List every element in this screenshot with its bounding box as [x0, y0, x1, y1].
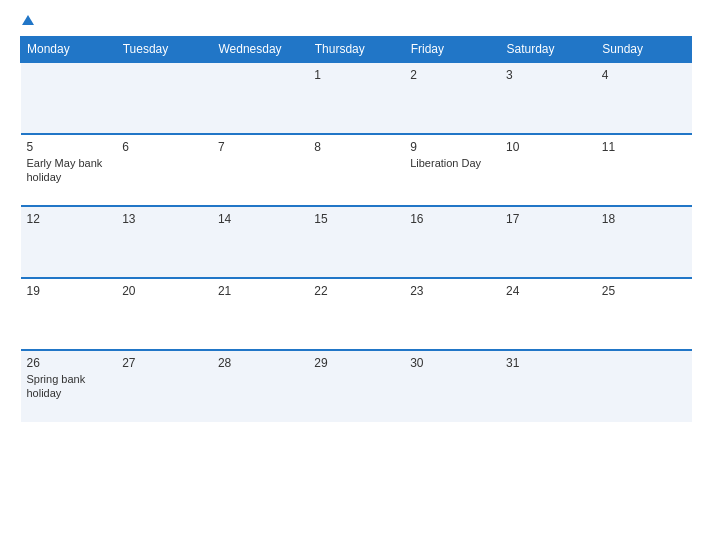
day-number: 1 — [314, 68, 398, 82]
logo-triangle-icon — [22, 15, 34, 25]
calendar-cell: 9Liberation Day — [404, 134, 500, 206]
calendar-page: MondayTuesdayWednesdayThursdayFridaySatu… — [0, 0, 712, 550]
calendar-cell: 19 — [21, 278, 117, 350]
calendar-cell: 28 — [212, 350, 308, 422]
day-number: 6 — [122, 140, 206, 154]
day-number: 10 — [506, 140, 590, 154]
day-number: 20 — [122, 284, 206, 298]
day-number: 16 — [410, 212, 494, 226]
calendar-cell: 1 — [308, 62, 404, 134]
calendar-cell: 3 — [500, 62, 596, 134]
calendar-cell: 23 — [404, 278, 500, 350]
calendar-cell: 13 — [116, 206, 212, 278]
day-number: 3 — [506, 68, 590, 82]
calendar-cell: 25 — [596, 278, 692, 350]
day-number: 21 — [218, 284, 302, 298]
day-number: 9 — [410, 140, 494, 154]
calendar-cell: 21 — [212, 278, 308, 350]
calendar-cell: 31 — [500, 350, 596, 422]
calendar-cell: 18 — [596, 206, 692, 278]
weekday-header-wednesday: Wednesday — [212, 37, 308, 63]
week-row-4: 19202122232425 — [21, 278, 692, 350]
day-number: 30 — [410, 356, 494, 370]
weekday-header-row: MondayTuesdayWednesdayThursdayFridaySatu… — [21, 37, 692, 63]
calendar-cell — [212, 62, 308, 134]
day-number: 12 — [27, 212, 111, 226]
calendar-cell: 22 — [308, 278, 404, 350]
weekday-header-tuesday: Tuesday — [116, 37, 212, 63]
calendar-table: MondayTuesdayWednesdayThursdayFridaySatu… — [20, 36, 692, 422]
day-number: 11 — [602, 140, 686, 154]
day-number: 8 — [314, 140, 398, 154]
day-number: 24 — [506, 284, 590, 298]
week-row-1: 1234 — [21, 62, 692, 134]
day-number: 2 — [410, 68, 494, 82]
day-number: 5 — [27, 140, 111, 154]
week-row-2: 5Early May bank holiday6789Liberation Da… — [21, 134, 692, 206]
calendar-cell: 20 — [116, 278, 212, 350]
day-number: 15 — [314, 212, 398, 226]
calendar-cell: 30 — [404, 350, 500, 422]
day-number: 19 — [27, 284, 111, 298]
weekday-header-monday: Monday — [21, 37, 117, 63]
calendar-cell: 11 — [596, 134, 692, 206]
day-number: 13 — [122, 212, 206, 226]
calendar-cell — [21, 62, 117, 134]
calendar-cell: 4 — [596, 62, 692, 134]
calendar-cell: 26Spring bank holiday — [21, 350, 117, 422]
day-number: 17 — [506, 212, 590, 226]
week-row-5: 26Spring bank holiday2728293031 — [21, 350, 692, 422]
header — [20, 16, 692, 26]
calendar-cell: 14 — [212, 206, 308, 278]
day-number: 14 — [218, 212, 302, 226]
calendar-cell: 12 — [21, 206, 117, 278]
event-label: Liberation Day — [410, 157, 481, 169]
day-number: 27 — [122, 356, 206, 370]
day-number: 23 — [410, 284, 494, 298]
day-number: 29 — [314, 356, 398, 370]
day-number: 25 — [602, 284, 686, 298]
day-number: 4 — [602, 68, 686, 82]
weekday-header-friday: Friday — [404, 37, 500, 63]
calendar-cell: 5Early May bank holiday — [21, 134, 117, 206]
day-number: 7 — [218, 140, 302, 154]
calendar-cell: 16 — [404, 206, 500, 278]
weekday-header-saturday: Saturday — [500, 37, 596, 63]
weekday-header-thursday: Thursday — [308, 37, 404, 63]
event-label: Early May bank holiday — [27, 157, 103, 183]
calendar-cell: 29 — [308, 350, 404, 422]
calendar-cell: 27 — [116, 350, 212, 422]
calendar-cell — [116, 62, 212, 134]
calendar-cell: 6 — [116, 134, 212, 206]
day-number: 18 — [602, 212, 686, 226]
event-label: Spring bank holiday — [27, 373, 86, 399]
calendar-cell: 8 — [308, 134, 404, 206]
day-number: 31 — [506, 356, 590, 370]
calendar-cell — [596, 350, 692, 422]
day-number: 22 — [314, 284, 398, 298]
logo — [20, 16, 34, 26]
day-number: 26 — [27, 356, 111, 370]
calendar-cell: 24 — [500, 278, 596, 350]
calendar-cell: 10 — [500, 134, 596, 206]
week-row-3: 12131415161718 — [21, 206, 692, 278]
calendar-cell: 15 — [308, 206, 404, 278]
day-number: 28 — [218, 356, 302, 370]
calendar-cell: 17 — [500, 206, 596, 278]
calendar-cell: 7 — [212, 134, 308, 206]
calendar-cell: 2 — [404, 62, 500, 134]
weekday-header-sunday: Sunday — [596, 37, 692, 63]
